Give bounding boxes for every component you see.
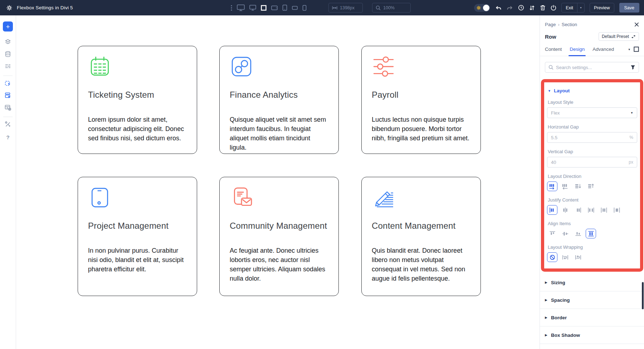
layout-section-header[interactable]: ▼ Layout [548,88,570,93]
page-canvas[interactable]: Ticketing System Lorem ipsum dolor sit a… [16,15,540,349]
align-start-icon[interactable] [547,229,557,238]
layers-icon[interactable] [4,38,12,46]
save-button[interactable]: Save [619,3,640,13]
help-icon[interactable]: ? [4,133,12,141]
undo-icon[interactable] [495,5,502,10]
filter-funnel-icon[interactable] [630,65,635,70]
tablet-portrait-icon[interactable] [282,5,287,11]
breadcrumb-parent[interactable]: Page [545,22,556,27]
card-community-management[interactable]: Community Management Ac feugiat ante. Do… [219,177,339,296]
card-content-management[interactable]: Content Management Quis blandit erat. Do… [361,177,481,296]
builder-sidebar: + ? [0,15,16,349]
sort-arrows-icon[interactable] [529,5,535,11]
topbar-left: Flexbox Settings in Divi 5 [6,0,73,15]
card-payroll[interactable]: Payroll Luctus lectus non quisque turpis… [361,46,481,154]
section-sizing[interactable]: ▶ Sizing [540,274,644,291]
layout-style-select[interactable]: Flex ▼ [547,107,637,118]
phone-portrait-icon[interactable] [302,5,307,11]
section-spacing[interactable]: ▶ Spacing [540,291,644,309]
phone-landscape-icon[interactable] [292,6,298,10]
caret-expanded-icon: ▼ [548,89,551,93]
section-border[interactable]: ▶ Border [540,309,644,326]
justify-space-around-icon[interactable] [599,205,609,215]
select-module-icon[interactable] [4,79,12,87]
tablet-landscape-icon[interactable] [271,5,278,10]
justify-space-between-icon[interactable] [586,205,596,215]
tab-design[interactable]: Design [570,47,585,52]
exit-button[interactable]: Exit ▾ [561,3,585,13]
history-icon[interactable] [518,5,524,11]
select-section-icon[interactable] [4,91,12,100]
justify-end-icon[interactable] [573,205,583,215]
power-icon[interactable] [551,5,556,11]
wrap-icon[interactable] [560,252,570,262]
layout-highlight-box: ▼ Layout Layout Style Flex ▼ Horizontal … [541,79,643,272]
justify-center-icon[interactable] [560,205,570,215]
card-finance-analytics[interactable]: Finance Analytics Quisque aliquet velit … [219,46,339,154]
close-icon[interactable] [634,22,639,27]
layout-wrapping-label: Layout Wrapping [548,244,636,250]
layout-library-icon[interactable] [4,103,12,112]
card-body: Lorem ipsum dolor sit amet, consectetur … [88,115,187,143]
vertical-gap-field: px [547,157,637,168]
tab-content[interactable]: Content [545,47,562,52]
default-preset-button[interactable]: Default Preset [599,32,639,41]
full-view-icon[interactable] [261,5,267,11]
database-icon[interactable] [4,50,12,58]
settings-panel: Page › Section Row Default Preset Conten… [540,15,644,349]
align-baseline-icon[interactable] [573,229,583,238]
horizontal-gap-field: % [547,132,637,143]
breadcrumb-current[interactable]: Section [562,22,577,27]
wrap-none-icon[interactable] [547,252,557,262]
wrap-reverse-icon[interactable] [573,252,583,262]
section-box-shadow[interactable]: ▶ Box Shadow [540,326,644,344]
width-arrows-icon [332,5,337,10]
justify-start-icon[interactable] [547,205,557,215]
vertical-gap-label: Vertical Gap [548,149,636,154]
card-body: Quisque aliquet velit sit amet sem inter… [230,115,328,152]
toggle-knob [483,5,489,11]
section-label: Box Shadow [551,333,580,338]
vertical-gap-input[interactable] [551,160,629,165]
justify-space-evenly-icon[interactable] [611,205,622,215]
align-center-icon[interactable] [560,229,570,238]
wireframe-view-icon[interactable] [4,62,12,71]
panel-scrollbar[interactable] [642,282,644,309]
direction-row-icon[interactable] [547,181,557,191]
gear-icon[interactable] [6,5,12,11]
canvas-zoom-input[interactable] [383,5,407,10]
save-label: Save [624,5,635,10]
chevron-down-icon[interactable]: ▾ [577,3,584,12]
desktop-icon[interactable] [249,5,256,11]
align-items-label: Align Items [548,221,636,226]
caret-collapsed-icon: ▶ [545,298,547,302]
builder-mode-toggle[interactable] [474,4,490,12]
redo-icon[interactable] [507,5,513,10]
tools-icon[interactable] [4,120,12,129]
trash-icon[interactable] [540,5,546,11]
desktop-large-icon[interactable] [237,4,245,11]
section-label: Sizing [551,280,565,285]
breadcrumb-separator-icon: › [558,22,559,27]
search-icon [548,65,553,70]
divi-builder-app: Flexbox Settings in Divi 5 [0,0,644,349]
direction-column-icon[interactable] [573,181,583,191]
more-menu-icon[interactable] [231,5,232,11]
responsive-frame-icon[interactable] [634,47,639,52]
settings-tabs: Content Design Advanced ▾ [540,47,644,56]
canvas-width-input[interactable] [340,5,359,10]
direction-row-reverse-icon[interactable] [560,181,570,191]
card-body: Quis blandit erat. Donec laoreet libero … [372,246,470,283]
direction-column-reverse-icon[interactable] [586,181,596,191]
card-ticketing-system[interactable]: Ticketing System Lorem ipsum dolor sit a… [78,46,197,154]
align-stretch-icon[interactable] [586,229,596,238]
gear-icon [477,6,481,10]
topbar: Flexbox Settings in Divi 5 [0,0,644,15]
card-project-management[interactable]: Project Management In non pulvinar purus… [78,177,197,296]
tabs-caret-icon[interactable]: ▾ [628,48,630,51]
add-module-button[interactable]: + [3,21,13,31]
horizontal-gap-input[interactable] [551,135,629,140]
search-settings-input[interactable] [556,65,628,70]
preview-button[interactable]: Preview [590,3,614,13]
tab-advanced[interactable]: Advanced [592,47,614,52]
